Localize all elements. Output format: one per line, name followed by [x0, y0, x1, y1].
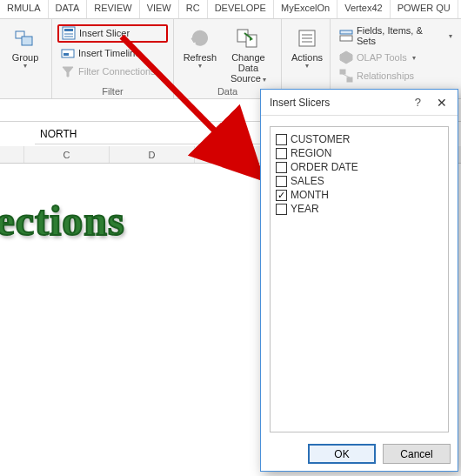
- checkbox-icon[interactable]: [276, 162, 287, 173]
- svg-line-24: [343, 74, 350, 77]
- tab-powerqu[interactable]: POWER QU: [391, 0, 458, 18]
- svg-rect-11: [246, 35, 257, 47]
- ribbon-tabs: RMULA DATA REVIEW VIEW RC DEVELOPE MyExc…: [0, 0, 461, 19]
- chevron-down-icon: ▾: [449, 32, 452, 40]
- checkbox-icon[interactable]: [276, 148, 287, 159]
- svg-rect-18: [340, 36, 352, 41]
- checkbox-icon[interactable]: [276, 134, 287, 145]
- relationships-label: Relationships: [357, 70, 414, 81]
- olap-tools-label: OLAP Tools: [357, 52, 407, 63]
- refresh-button: Refresh ▾: [179, 23, 221, 85]
- ribbon: Group ▾ Insert Slicer Insert Timeline: [0, 19, 461, 99]
- field-sales[interactable]: SALES: [276, 174, 443, 188]
- svg-rect-22: [340, 70, 345, 74]
- insert-slicers-dialog: Insert Slicers ? ✕ CUSTOMER REGION ORDER…: [260, 89, 458, 472]
- olap-tools-button: OLAP Tools▾: [336, 50, 456, 65]
- tab-vertex42[interactable]: Vertex42: [337, 0, 390, 18]
- cancel-button[interactable]: Cancel: [383, 444, 451, 464]
- ok-button[interactable]: OK: [308, 444, 376, 464]
- timeline-icon: [61, 46, 75, 60]
- svg-rect-23: [347, 77, 352, 82]
- field-label: MONTH: [291, 189, 329, 201]
- insert-timeline-button[interactable]: Insert Timeline: [57, 45, 168, 61]
- actions-button[interactable]: Actions ▾: [287, 23, 327, 70]
- olap-icon: [339, 50, 353, 64]
- change-data-source-button[interactable]: Change DataSource▾: [221, 23, 276, 85]
- relationships-button: Relationships: [336, 68, 456, 84]
- field-label: SALES: [291, 175, 324, 187]
- change-data-label: Change DataSource▾: [221, 52, 276, 85]
- svg-rect-1: [22, 37, 32, 45]
- col-head-d[interactable]: D: [110, 146, 195, 163]
- svg-rect-17: [340, 30, 352, 34]
- close-icon[interactable]: ✕: [433, 94, 451, 111]
- tab-rc[interactable]: RC: [179, 0, 208, 18]
- insert-timeline-label: Insert Timeline: [78, 48, 141, 58]
- field-customer[interactable]: CUSTOMER: [276, 132, 443, 146]
- actions-icon: [295, 26, 319, 50]
- field-label: YEAR: [291, 203, 319, 215]
- filter-connections-label: Filter Connections: [78, 66, 156, 77]
- dialog-body: CUSTOMER REGION ORDER DATE SALES MONTH Y…: [270, 126, 449, 432]
- relationships-icon: [339, 69, 353, 83]
- dialog-buttons: OK Cancel: [308, 444, 451, 464]
- watermark-text: nnections: [0, 197, 125, 245]
- field-region[interactable]: REGION: [276, 146, 443, 160]
- chevron-down-icon: ▾: [412, 54, 416, 62]
- checkbox-checked-icon[interactable]: [276, 190, 287, 201]
- checkbox-icon[interactable]: [276, 176, 287, 187]
- svg-marker-8: [63, 67, 73, 77]
- field-label: CUSTOMER: [291, 133, 350, 145]
- col-head-c[interactable]: C: [24, 146, 110, 163]
- tab-review[interactable]: REVIEW: [87, 0, 139, 18]
- tab-myexcelon[interactable]: MyExcelOn: [274, 0, 337, 18]
- checkbox-icon[interactable]: [276, 204, 287, 215]
- field-month[interactable]: MONTH: [276, 188, 443, 202]
- group-icon: [13, 26, 37, 50]
- field-label: ORDER DATE: [291, 161, 358, 173]
- fields-items-sets-label: Fields, Items, & Sets: [357, 25, 444, 46]
- insert-slicer-label: Insert Slicer: [79, 28, 130, 38]
- svg-rect-7: [63, 53, 69, 56]
- chevron-down-icon: ▾: [23, 62, 27, 70]
- tab-develope[interactable]: DEVELOPE: [208, 0, 274, 18]
- group-button[interactable]: Group ▾: [5, 23, 45, 70]
- refresh-icon: [188, 26, 212, 50]
- chevron-down-icon: ▾: [305, 62, 309, 70]
- filter-group-label: Filter: [57, 86, 168, 98]
- watermark: nnections: [0, 197, 177, 245]
- field-order-date[interactable]: ORDER DATE: [276, 160, 443, 174]
- slicer-icon: [62, 26, 76, 40]
- filter-connections-icon: [61, 64, 75, 78]
- fields-items-sets-button[interactable]: Fields, Items, & Sets▾: [336, 24, 456, 47]
- help-icon[interactable]: ?: [415, 96, 421, 109]
- tab-view[interactable]: VIEW: [140, 0, 179, 18]
- dialog-titlebar: Insert Slicers ? ✕: [261, 90, 458, 116]
- tab-data[interactable]: DATA: [49, 0, 88, 18]
- filter-connections-button: Filter Connections: [57, 64, 168, 79]
- dialog-title: Insert Slicers: [270, 97, 330, 109]
- field-label: REGION: [291, 147, 331, 159]
- field-year[interactable]: YEAR: [276, 202, 443, 216]
- insert-slicer-button[interactable]: Insert Slicer: [57, 24, 168, 43]
- chevron-down-icon: ▾: [198, 62, 202, 70]
- fields-icon: [339, 29, 353, 43]
- col-head-blank[interactable]: [0, 146, 24, 163]
- tab-formula[interactable]: RMULA: [0, 0, 49, 18]
- change-data-icon: [236, 26, 260, 50]
- svg-rect-3: [64, 29, 73, 31]
